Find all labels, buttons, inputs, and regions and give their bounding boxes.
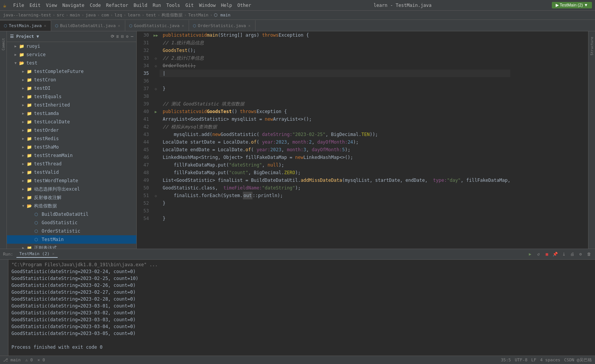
sidebar-item-testredis[interactable]: ▶ 📁 testRedis xyxy=(7,134,136,143)
sidebar-item-teststreammain[interactable]: ▶ 📁 testStreamMain xyxy=(7,151,136,160)
breadcrumb-item[interactable]: test xyxy=(146,13,156,18)
menu-view[interactable]: View xyxy=(44,2,59,9)
menu-file[interactable]: File xyxy=(11,2,26,9)
sidebar-item-test[interactable]: ▼ 📂 test xyxy=(7,59,136,67)
arrow-icon: ▶ xyxy=(22,187,27,191)
sidebar-item-testshamo[interactable]: ▶ 📁 testShaMo xyxy=(7,143,136,151)
menu-navigate[interactable]: Navigate xyxy=(60,2,87,9)
tab-goodstatistic[interactable]: ⬡ GoodStatistic.java × xyxy=(125,20,189,31)
collapse-icon[interactable]: ≡ xyxy=(116,34,119,39)
sidebar-header-icons: ⟳ ≡ ⊟ ⚙ — xyxy=(111,34,134,39)
sidebar-item-testvalid[interactable]: ▶ 📁 testValid xyxy=(7,168,136,176)
file-icon: ⬡ xyxy=(34,229,40,234)
menu-run[interactable]: Run xyxy=(150,2,163,9)
pin-button[interactable]: 📌 xyxy=(552,251,558,257)
menu-build[interactable]: Build xyxy=(131,2,150,9)
run-arrow-40[interactable]: ▶ xyxy=(152,108,160,115)
breadcrumb-item[interactable]: learn xyxy=(128,13,140,18)
close-sidebar-icon[interactable]: — xyxy=(131,34,133,39)
sidebar-item-testthread[interactable]: ▶ 📁 testThread xyxy=(7,160,136,168)
indent[interactable]: 4 spaces xyxy=(540,358,560,362)
sidebar-item-construct-fake[interactable]: ▼ 📂 构造假数据 xyxy=(7,202,136,210)
line-30: public static void main(String[] args) t… xyxy=(160,31,510,39)
menu-window[interactable]: Window xyxy=(197,2,218,9)
run-side-controls xyxy=(0,260,8,356)
tab-orderstatistic[interactable]: ⬡ OrderStatistic.java × xyxy=(189,20,255,31)
tab-close-order[interactable]: × xyxy=(247,23,251,28)
sidebar-item-testequals[interactable]: ▶ 📁 testEquals xyxy=(7,92,136,101)
run-tab-close[interactable]: × xyxy=(52,252,55,256)
menu-tools[interactable]: Tools xyxy=(164,2,182,9)
trash-button[interactable]: 🗑 xyxy=(586,251,592,257)
menu-code[interactable]: Code xyxy=(87,2,103,9)
settings-button[interactable]: ⚙ xyxy=(577,251,584,257)
breadcrumb-item[interactable]: java--learning-test xyxy=(3,13,51,18)
rerun-button[interactable]: ↺ xyxy=(535,251,542,257)
console-output-line-4: GoodStatistic(dateString=2023-02-27, cou… xyxy=(11,289,592,296)
sidebar-item-testwordtemplate[interactable]: ▶ 📁 testWordTemplate xyxy=(7,176,136,185)
tab-close-good[interactable]: × xyxy=(181,23,185,28)
breadcrumb-item[interactable]: com xyxy=(101,13,109,18)
sidebar-item-testlocaldate[interactable]: ▶ 📁 testLocalDate xyxy=(7,118,136,126)
sidebar-item-testinherited[interactable]: ▶ 📁 testInherited xyxy=(7,101,136,109)
menu-edit[interactable]: Edit xyxy=(27,2,43,9)
sidebar-item-service[interactable]: ▶ 📁 service xyxy=(7,50,136,59)
fold-51[interactable]: ◇ xyxy=(152,192,160,199)
sidebar-item-regex[interactable]: ▶ 📁 正则表达式 xyxy=(7,244,136,249)
print-button[interactable]: 🖨 xyxy=(569,251,575,257)
tab-close-testmain[interactable]: × xyxy=(43,23,47,28)
bottom-tab-run[interactable]: TestMain (2) × xyxy=(16,251,58,258)
tree-label: BuildDateDataUtil xyxy=(42,212,89,217)
encoding[interactable]: UTF-8 xyxy=(515,358,527,362)
stop-button[interactable]: ■ xyxy=(544,251,550,257)
gutter-31 xyxy=(152,39,160,47)
commit-icon[interactable]: Commit xyxy=(0,33,6,56)
breadcrumb-item[interactable]: src xyxy=(57,13,64,18)
line-44: LocalDate startDate = LocalDate.of( year… xyxy=(160,138,510,146)
sidebar-item-testlamda[interactable]: ▶ 📁 testLamda xyxy=(7,109,136,118)
fold-34[interactable]: ◇ xyxy=(152,62,160,70)
sidebar-item-orderstatistic[interactable]: ▶ ⬡ OrderStatistic xyxy=(7,227,136,235)
arrow-icon: ▶ xyxy=(22,95,27,99)
sidebar-item-testcompletedfuture[interactable]: ▶ 📁 testCompleteFuture xyxy=(7,67,136,76)
tab-close-build[interactable]: × xyxy=(117,23,121,28)
sidebar-item-reflect[interactable]: ▶ 📁 反射修改注解 xyxy=(7,193,136,202)
fold-37[interactable]: ◇ xyxy=(152,85,160,92)
arrow-icon: ▶ xyxy=(22,78,27,82)
sidebar-item-testmain[interactable]: ▶ ⬡ TestMain xyxy=(7,235,136,244)
menu-help[interactable]: Help xyxy=(219,2,234,9)
sync-icon[interactable]: ⟳ xyxy=(111,34,114,39)
breadcrumb-item[interactable]: lzq xyxy=(115,13,122,18)
code-content[interactable]: public static void main(String[] args) t… xyxy=(160,31,510,249)
git-branch[interactable]: ⎇ main xyxy=(3,358,21,362)
menu-other[interactable]: Other xyxy=(235,2,254,9)
filter-icon[interactable]: ⊟ xyxy=(121,34,124,39)
structure-label[interactable]: Structure xyxy=(589,33,595,60)
scroll-end-button[interactable]: ⤓ xyxy=(561,251,567,257)
run-config-button[interactable]: ▶ TestMain (2) ▼ xyxy=(552,2,592,8)
menu-git[interactable]: Git xyxy=(183,2,196,9)
sidebar-item-goodstatistic[interactable]: ▶ ⬡ GoodStatistic xyxy=(7,218,136,227)
sidebar-item-testdi[interactable]: ▶ 📁 testDI xyxy=(7,84,136,92)
sidebar-item-builddatedatautil[interactable]: ▶ ⬡ BuildDateDataUtil xyxy=(7,210,136,218)
breadcrumb-item[interactable]: 构造假数据 xyxy=(162,12,183,18)
folder-icon: 📁 xyxy=(19,52,25,57)
sidebar-header: ☰ Project ▼ ⟳ ≡ ⊟ ⚙ — xyxy=(7,31,136,42)
sidebar-item-dynamic-export[interactable]: ▶ 📁 动态选择列导出excel xyxy=(7,185,136,193)
run-arrow-30[interactable]: ▶▶ xyxy=(152,31,160,39)
run-play-button[interactable]: ▶ xyxy=(527,251,533,257)
settings-icon[interactable]: ⚙ xyxy=(126,34,129,39)
tab-testmain[interactable]: ⬡ TestMain.java × xyxy=(0,20,51,31)
sidebar-item-testcron[interactable]: ▶ 📁 testCron xyxy=(7,76,136,84)
sidebar-item-ruoyi[interactable]: ▶ 📁 ruoyi xyxy=(7,42,136,50)
errors: ✕ 0 xyxy=(37,358,45,362)
code-editor[interactable]: 30 31 32 33 34 35 36 37 38 39 40 41 42 4… xyxy=(137,31,588,249)
tab-builddatedatautil[interactable]: ⬡ BuildDateDataUtil.java × xyxy=(51,20,125,31)
breadcrumb-item[interactable]: java xyxy=(86,13,96,18)
menu-refactor[interactable]: Refactor xyxy=(104,2,131,9)
breadcrumb-item[interactable]: main xyxy=(70,13,80,18)
breadcrumb-item[interactable]: TestMain xyxy=(188,13,209,18)
line-ending[interactable]: LF xyxy=(531,358,536,362)
sidebar-item-testorder[interactable]: ▶ 📁 testOrder xyxy=(7,126,136,134)
fold-33[interactable]: ◇ xyxy=(152,54,160,62)
